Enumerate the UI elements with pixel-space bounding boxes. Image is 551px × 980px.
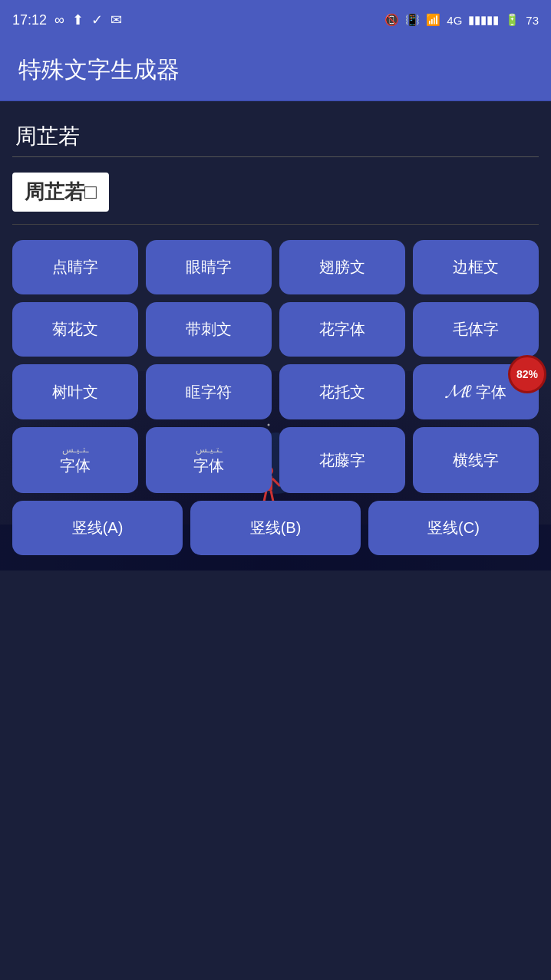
- app-header: 特殊文字生成器: [0, 40, 551, 101]
- status-wifi-icon: 📶: [426, 13, 440, 27]
- btn-mao-font[interactable]: 毛体字: [413, 302, 539, 357]
- status-battery-icon: 🔋: [505, 13, 520, 27]
- svg-point-9: [268, 424, 270, 426]
- btn-hline-char[interactable]: 横线字: [413, 427, 539, 493]
- btn-arabic2[interactable]: ـتـيـس 字体: [146, 427, 272, 493]
- main-content: 周芷若□ 点睛字 眼睛字 翅膀文 边框文 菊花文 带刺文 花字体 毛体字: [0, 101, 551, 571]
- btn-frame-char[interactable]: 眶字符: [146, 364, 272, 419]
- btn-leaf-text[interactable]: 树叶文: [12, 364, 138, 419]
- status-bar: 17:12 ∞ ⬆ ✓ ✉ 📵 📳 📶 4G ▮▮▮▮▮ 🔋 73: [0, 0, 551, 40]
- btn-chrysanthemum[interactable]: 菊花文: [12, 302, 138, 357]
- buttons-row-3: 树叶文 眶字符 花托文 82% 𝓜ℓ 字体: [12, 364, 539, 419]
- btn-flower-holder[interactable]: 花托文: [279, 364, 405, 419]
- btn-eye-char[interactable]: 眼睛字: [146, 240, 272, 294]
- status-right: 📵 📳 📶 4G ▮▮▮▮▮ 🔋 73: [384, 13, 539, 27]
- btn-arabic1[interactable]: ـتـيـس 字体: [12, 427, 138, 493]
- preview-box: 周芷若□: [12, 173, 109, 212]
- buttons-row-1: 点睛字 眼睛字 翅膀文 边框文: [12, 240, 539, 294]
- preview-section: 周芷若□: [12, 173, 539, 225]
- status-upload-icon: ⬆: [72, 12, 84, 28]
- status-4g-icon: 4G: [447, 14, 462, 27]
- input-section: [12, 117, 539, 157]
- btn-vline-c[interactable]: 竖线(C): [368, 501, 539, 555]
- app-title: 特殊文字生成器: [18, 54, 180, 86]
- btn-dot-eye[interactable]: 点睛字: [12, 240, 138, 294]
- progress-badge: 82%: [508, 355, 546, 393]
- status-time: 17:12: [12, 12, 47, 28]
- btn-border-text[interactable]: 边框文: [413, 240, 539, 294]
- status-mail-icon: ✉: [111, 12, 122, 28]
- btn-thorny[interactable]: 带刺文: [146, 302, 272, 357]
- text-input[interactable]: [12, 117, 539, 157]
- btn-ml-font[interactable]: 82% 𝓜ℓ 字体: [413, 364, 539, 419]
- status-battery-level: 73: [526, 14, 539, 27]
- status-signal-icon: ▮▮▮▮▮: [468, 13, 499, 27]
- buttons-row-4: ـتـيـس 字体 ـتـيـس 字体 花藤字 横线字: [12, 427, 539, 493]
- status-left: 17:12 ∞ ⬆ ✓ ✉: [12, 12, 122, 28]
- btn-vline-a[interactable]: 竖线(A): [12, 501, 183, 555]
- buttons-row-5: 竖线(A) 竖线(B) 竖线(C): [12, 501, 539, 555]
- status-phone-icon: 📵: [384, 13, 399, 27]
- status-vibrate-icon: 📳: [405, 13, 420, 27]
- status-infinity: ∞: [54, 12, 64, 28]
- btn-vine-char[interactable]: 花藤字: [279, 427, 405, 493]
- btn-flower-font[interactable]: 花字体: [279, 302, 405, 357]
- btn-wing-text[interactable]: 翅膀文: [279, 240, 405, 294]
- buttons-row-2: 菊花文 带刺文 花字体 毛体字: [12, 302, 539, 357]
- btn-vline-b[interactable]: 竖线(B): [190, 501, 361, 555]
- status-check-icon: ✓: [91, 12, 103, 28]
